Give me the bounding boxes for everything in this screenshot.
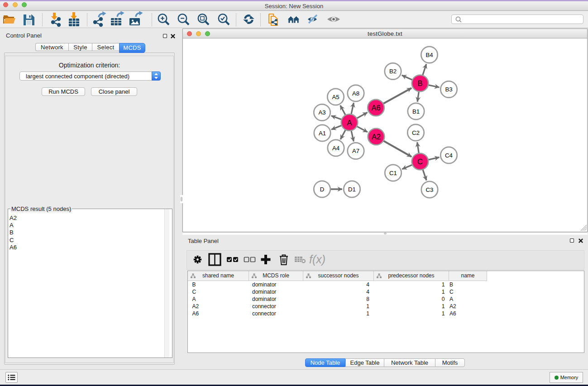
svg-text:C3: C3	[426, 186, 434, 193]
svg-text:A7: A7	[352, 148, 359, 154]
svg-text:A5: A5	[332, 94, 339, 100]
svg-text:B4: B4	[425, 52, 433, 58]
svg-text:C2: C2	[412, 129, 420, 136]
svg-text:A2: A2	[372, 133, 381, 141]
svg-text:B1: B1	[412, 108, 420, 115]
svg-text:D1: D1	[348, 186, 356, 193]
svg-text:A8: A8	[352, 90, 359, 97]
svg-text:f(x): f(x)	[309, 253, 325, 266]
svg-text:A6: A6	[371, 104, 380, 112]
svg-text:A4: A4	[332, 145, 339, 152]
svg-text:A1: A1	[319, 130, 326, 137]
svg-text:B2: B2	[389, 68, 397, 75]
svg-text:B: B	[417, 79, 422, 87]
svg-text:B3: B3	[445, 86, 452, 93]
svg-text:C4: C4	[445, 152, 453, 159]
svg-text:D: D	[320, 186, 325, 193]
svg-text:C: C	[417, 157, 423, 166]
svg-text:A3: A3	[318, 109, 325, 116]
svg-text:A: A	[347, 119, 352, 127]
svg-text:C1: C1	[389, 170, 397, 176]
